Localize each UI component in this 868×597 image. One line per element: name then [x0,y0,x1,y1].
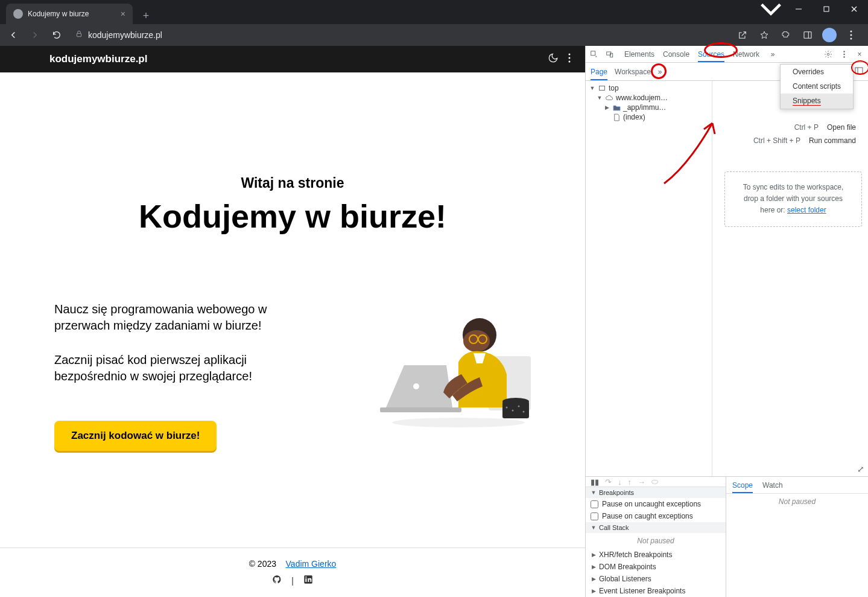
tree-index[interactable]: (index) [586,112,712,122]
watch-tab[interactable]: Watch [762,477,783,493]
step-icon[interactable]: → [638,477,645,487]
select-folder-link[interactable]: select folder [787,206,826,214]
sidepanel-icon[interactable] [800,28,815,42]
web-page: kodujemywbiurze.pl Witaj na stronie Kodu… [0,46,585,597]
svg-point-35 [843,53,844,54]
scope-not-paused: Not paused [726,494,868,509]
page-description-2: Zacznij pisać kod pierwszej aplikacji be… [54,352,259,385]
devtools-menu-icon[interactable] [839,49,849,59]
inspect-icon[interactable] [589,49,599,59]
svg-point-33 [827,53,829,56]
subtab-more-icon[interactable]: » [658,68,662,76]
theme-toggle-icon[interactable] [548,53,559,66]
svg-point-8 [851,34,852,36]
site-brand[interactable]: kodujemywbiurze.pl [49,53,147,65]
site-header: kodujemywbiurze.pl [0,46,585,72]
step-out-icon[interactable]: ↑ [628,477,632,487]
close-window-button[interactable] [840,0,868,18]
svg-rect-22 [502,401,529,418]
more-tabs-icon[interactable]: » [768,49,778,59]
svg-point-12 [569,61,571,63]
tab-close-icon[interactable]: × [121,9,125,19]
site-footer: © 2023 Vadim Gierko | [0,548,585,597]
page-description-1: Naucz się programowania webowego w przer… [54,301,271,334]
page-subtitle: Witaj na stronie [54,175,531,191]
new-tab-button[interactable]: + [138,7,154,24]
svg-point-24 [512,410,514,412]
dropdown-content-scripts[interactable]: Content scripts [781,79,853,94]
extensions-icon[interactable] [779,28,793,42]
dom-breakpoints[interactable]: ▶DOM Breakpoints [586,561,726,573]
chevron-down-icon[interactable] [757,0,785,18]
minimize-button[interactable] [785,0,813,18]
pause-icon[interactable]: ▮▮ [591,477,599,487]
workspace-sync-box: To sync edits to the workspace, drop a f… [724,171,862,227]
svg-point-7 [851,31,852,33]
menu-icon[interactable] [844,28,858,42]
device-toggle-icon[interactable] [605,49,615,59]
global-listeners[interactable]: ▶Global Listeners [586,573,726,585]
tab-network[interactable]: Network [733,46,759,62]
cta-button[interactable]: Zacznij kodować w biurze! [54,421,217,451]
callstack-header[interactable]: ▼Call Stack [586,522,726,533]
breakpoints-header[interactable]: ▼Breakpoints [586,487,726,498]
share-icon[interactable] [735,28,750,42]
separator: | [291,576,294,586]
profile-avatar[interactable] [822,28,837,42]
xhr-breakpoints[interactable]: ▶XHR/fetch Breakpoints [586,549,726,561]
devtools-close-icon[interactable]: × [855,49,864,59]
reload-button[interactable] [48,27,65,43]
debugger-controls: ▮▮ ↷ ↓ ↑ → ⬭ [586,477,726,487]
svg-rect-15 [380,407,461,412]
file-tree: ▼top ▼www.kodujem… ▶_app/immu… (index) [586,81,712,476]
pause-caught-checkbox[interactable]: Pause on caught exceptions [586,510,726,522]
maximize-button[interactable] [813,0,840,18]
url-text: kodujemywbiurze.pl [88,30,162,40]
footer-year: © 2023 [249,559,276,569]
svg-rect-28 [305,578,306,582]
browser-toolbar: kodujemywbiurze.pl [0,24,868,46]
forward-button[interactable] [27,27,43,43]
devtools-panel: Elements Console Sources Network » × Pag… [585,46,868,597]
dropdown-overrides[interactable]: Overrides [781,65,853,79]
back-button[interactable] [5,27,22,43]
tab-sources[interactable]: Sources [698,46,724,62]
svg-point-9 [851,38,852,40]
dropdown-snippets[interactable]: Snippets [781,94,853,109]
github-icon[interactable] [272,575,282,586]
toggle-navigator-icon[interactable] [855,67,863,76]
address-bar[interactable]: kodujemywbiurze.pl [75,30,162,40]
svg-point-14 [392,418,525,427]
svg-point-16 [413,383,419,389]
svg-rect-40 [855,68,863,74]
svg-rect-4 [77,33,81,36]
step-into-icon[interactable]: ↓ [618,477,622,487]
tree-domain[interactable]: ▼www.kodujem… [586,93,712,103]
debugger-pane: ▮▮ ↷ ↓ ↑ → ⬭ ▼Breakpoints Pause on uncau… [586,476,868,597]
footer-author-link[interactable]: Vadim Gierko [286,559,337,569]
settings-icon[interactable] [823,49,833,59]
deactivate-breakpoints-icon[interactable]: ⬭ [651,477,658,487]
event-listener-breakpoints[interactable]: ▶Event Listener Breakpoints [586,585,726,597]
pause-uncaught-checkbox[interactable]: Pause on uncaught exceptions [586,498,726,510]
expand-handle-icon[interactable]: ⤢ [857,464,864,474]
site-menu-icon[interactable] [568,53,571,65]
lock-icon [75,30,83,40]
browser-tab[interactable]: Kodujemy w biurze × [6,4,133,24]
svg-point-29 [305,576,306,578]
svg-point-11 [569,57,571,59]
svg-rect-42 [600,86,605,91]
tree-top[interactable]: ▼top [586,83,712,93]
subtab-workspace[interactable]: Workspace [615,63,651,80]
linkedin-icon[interactable] [303,575,313,586]
tree-folder[interactable]: ▶_app/immu… [586,103,712,112]
subtab-page[interactable]: Page [591,63,607,80]
svg-rect-1 [824,7,829,11]
scope-tab[interactable]: Scope [732,477,753,493]
page-title: Kodujemy w biurze! [54,197,531,235]
tab-console[interactable]: Console [663,46,689,62]
sources-content: Overrides Content scripts Snippets Ctrl … [712,81,868,476]
star-icon[interactable] [757,28,771,42]
step-over-icon[interactable]: ↷ [605,477,612,487]
tab-elements[interactable]: Elements [624,46,654,62]
